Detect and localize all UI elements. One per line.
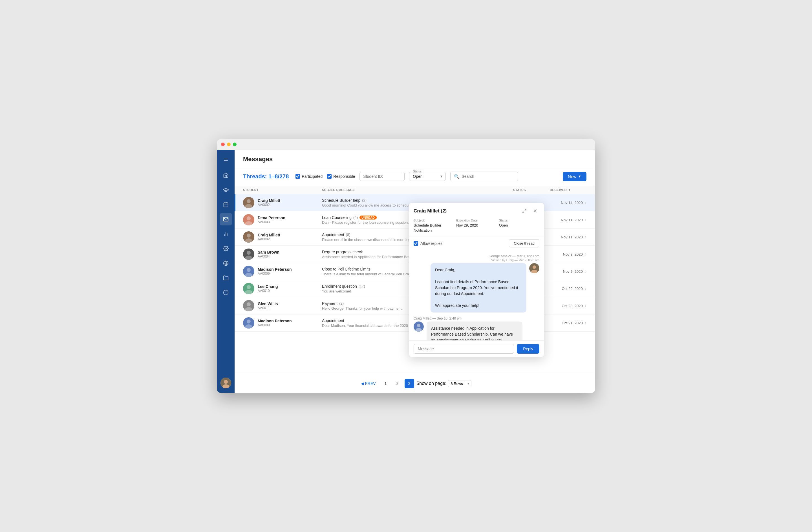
page-3-button[interactable]: 3: [405, 379, 414, 388]
row-chevron-icon: ›: [585, 252, 586, 257]
student-cell: Glen Willis AA0011: [243, 300, 322, 311]
thread-title-row: Craig Millet (2) ✕: [414, 207, 539, 215]
student-info: Madison Peterson AA0009: [258, 267, 292, 276]
pagination: ◀ PREV 1 2 3 Show on page: 8 Rows 16 Row…: [235, 374, 595, 393]
subject-text: Close to Pell Lifetime Limits: [322, 267, 371, 271]
student-cell: Craig Millett AA0002: [243, 197, 322, 208]
message-meta-staff: George Amalor — Mar 1, 6:20 pm Viewed by…: [414, 254, 539, 262]
page-1-button[interactable]: 1: [381, 379, 391, 388]
thread-subject-value: Schedule Builder Notification: [414, 223, 441, 233]
page-2-button[interactable]: 2: [393, 379, 402, 388]
svg-point-33: [247, 285, 251, 289]
thread-close-button[interactable]: ✕: [531, 207, 539, 215]
thread-title-actions: ✕: [520, 207, 539, 215]
student-info: Craig Millett AA0002: [258, 233, 280, 241]
received-date: Nov 2, 2020: [563, 269, 583, 274]
thread-expiry-meta: Expiration Date: Nov 29, 2020: [456, 219, 496, 233]
message-sender-staff: George Amalor — Mar 1, 6:20 pm: [489, 254, 539, 258]
avatar: [243, 231, 254, 242]
student-info: Dena Peterson AA0003: [258, 216, 285, 224]
status-select-wrapper: Status: Open Closed All ▼: [409, 172, 446, 181]
chart-icon[interactable]: [220, 228, 232, 240]
menu-icon[interactable]: ☰: [220, 154, 232, 167]
info-icon[interactable]: [220, 286, 232, 299]
reply-button[interactable]: Reply: [517, 344, 539, 354]
received-cell: Nov 11, 2020 ›: [550, 234, 586, 239]
avatar: [243, 266, 254, 277]
row-chevron-icon: ›: [585, 269, 586, 274]
maximize-window-btn[interactable]: [233, 143, 236, 146]
received-cell: Nov 2, 2020 ›: [550, 269, 586, 274]
svg-point-47: [417, 324, 420, 327]
settings-icon[interactable]: [220, 242, 232, 255]
svg-point-18: [247, 199, 251, 203]
allow-replies-checkbox[interactable]: [414, 241, 418, 246]
status-select[interactable]: Open Closed All: [409, 172, 446, 181]
mail-icon[interactable]: [220, 213, 232, 225]
prev-page-button[interactable]: ◀ PREV: [358, 379, 379, 388]
titlebar: [217, 139, 595, 150]
received-cell: Oct 21, 2020 ›: [550, 320, 586, 325]
student-name: Dena Peterson: [258, 216, 285, 220]
participated-checkbox[interactable]: [295, 174, 300, 179]
show-on-page-select[interactable]: 8 Rows 16 Rows 25 Rows: [448, 380, 472, 387]
responsible-checkbox[interactable]: [327, 174, 332, 179]
student-id-input[interactable]: [360, 172, 405, 181]
thread-subject-meta: Subject: Schedule Builder Notification: [414, 219, 454, 233]
row-chevron-icon: ›: [585, 286, 586, 291]
thread-panel: Craig Millet (2) ✕ Subject: Schedule Bui…: [409, 203, 544, 357]
home-icon[interactable]: [220, 169, 232, 181]
student-id: AA0010: [258, 289, 278, 293]
th-received: RECEIVED ▼: [550, 188, 586, 192]
calendar-icon[interactable]: [220, 198, 232, 211]
avatar: [243, 283, 254, 294]
svg-line-41: [525, 209, 526, 211]
new-button[interactable]: New ▼: [563, 172, 586, 181]
reply-input[interactable]: [414, 344, 514, 354]
row-chevron-icon: ›: [585, 200, 586, 205]
svg-point-21: [247, 217, 251, 220]
thread-expand-button[interactable]: [520, 207, 528, 215]
responsible-checkbox-group[interactable]: Responsible: [327, 174, 355, 179]
subject-text: Loan Counseling: [322, 215, 352, 220]
svg-point-8: [225, 248, 227, 249]
student-cell: Madison Peterson AA0009: [243, 317, 322, 328]
message-item: George Amalor — Mar 1, 6:20 pm Viewed by…: [414, 254, 539, 312]
show-on-page-label: Show on page:: [417, 381, 447, 386]
close-window-btn[interactable]: [221, 143, 225, 146]
globe-icon[interactable]: [220, 257, 232, 269]
folder-icon[interactable]: [220, 272, 232, 284]
student-name: Madison Peterson: [258, 319, 292, 323]
page-title: Messages: [243, 156, 586, 163]
thread-messages: George Amalor — Mar 1, 6:20 pm Viewed by…: [409, 250, 544, 340]
subject-count: (2): [362, 198, 366, 202]
student-name: Lee Chang: [258, 284, 278, 289]
staff-message-bubble: Dear Craig, I cannot find details of Per…: [431, 263, 526, 312]
student-message-row: Assistance needed in Application for Per…: [414, 322, 539, 340]
thread-expiry-label: Expiration Date:: [456, 219, 496, 222]
student-message-bubble: Assistance needed in Application for Per…: [426, 322, 522, 340]
minimize-window-btn[interactable]: [227, 143, 231, 146]
student-id: AA0002: [258, 203, 280, 207]
received-cell: Oct 28, 2020 ›: [550, 303, 586, 308]
thread-panel-header: Craig Millet (2) ✕ Subject: Schedule Bui…: [409, 203, 544, 236]
received-date: Nov 11, 2020: [561, 235, 582, 239]
avatar: [243, 317, 254, 328]
received-cell: Oct 29, 2020 ›: [550, 286, 586, 291]
received-cell: Nov 14, 2020 ›: [550, 200, 586, 205]
status-label: Status:: [412, 169, 423, 173]
student-id: AA0011: [258, 306, 278, 310]
user-avatar[interactable]: [220, 378, 231, 388]
student-name: Glen Willis: [258, 301, 278, 306]
search-input[interactable]: [462, 174, 514, 179]
graduation-icon[interactable]: [220, 184, 232, 196]
participated-checkbox-group[interactable]: Participated: [295, 174, 322, 179]
page-header: Messages: [235, 150, 595, 167]
avatar: [243, 214, 254, 225]
new-button-arrow-icon: ▼: [578, 174, 581, 178]
svg-line-42: [523, 211, 524, 213]
received-date: Oct 28, 2020: [562, 304, 582, 308]
thread-reply: Reply: [409, 340, 544, 357]
allow-replies-group[interactable]: Allow replies: [414, 241, 443, 246]
close-thread-button[interactable]: Close thread: [509, 239, 539, 247]
